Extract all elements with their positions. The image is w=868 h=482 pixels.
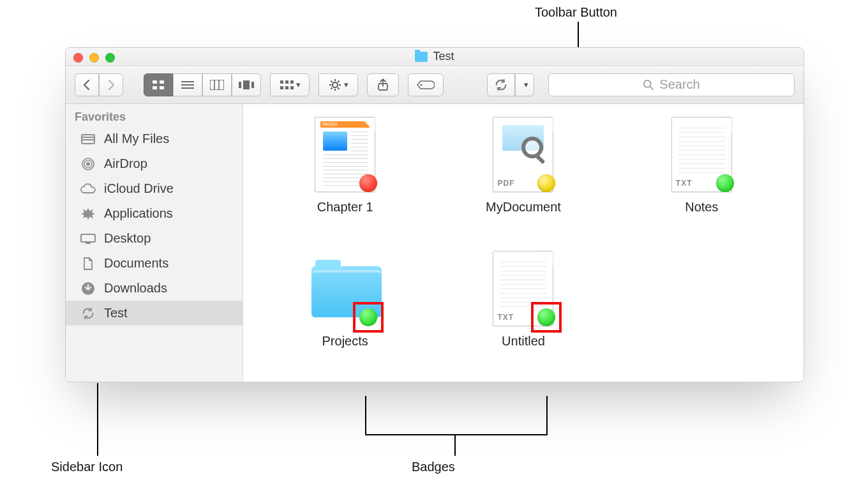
action-button[interactable]: ▾	[318, 73, 358, 96]
file-label: Untitled	[502, 334, 545, 349]
share-button[interactable]	[367, 73, 399, 96]
icon-view-button[interactable]	[144, 73, 173, 96]
svg-rect-7	[210, 80, 224, 90]
txt-tag: TXT	[497, 313, 514, 322]
svg-rect-0	[153, 80, 157, 84]
sidebar-item-test[interactable]: Test	[66, 301, 243, 326]
sync-toolbar-button-group: ▾	[487, 73, 534, 96]
sidebar-item-label: Applications	[104, 206, 173, 221]
sync-icon	[80, 306, 96, 320]
tag-icon	[417, 80, 435, 90]
callout-line	[365, 434, 548, 435]
search-icon	[643, 79, 654, 91]
minimize-button[interactable]	[89, 53, 99, 63]
sidebar-item-label: Downloads	[104, 281, 167, 296]
svg-rect-4	[181, 81, 194, 82]
sidebar-item-label: Test	[104, 306, 128, 320]
sidebar-item-label: Desktop	[104, 231, 151, 246]
file-item[interactable]: PAGES Chapter 1	[269, 117, 421, 238]
highlight-box	[353, 302, 384, 333]
sidebar-item-downloads[interactable]: Downloads	[66, 276, 243, 301]
close-button[interactable]	[73, 53, 83, 63]
svg-rect-16	[280, 86, 283, 89]
file-label: Projects	[322, 334, 368, 349]
svg-rect-15	[290, 80, 294, 84]
gear-icon	[329, 79, 341, 91]
svg-line-27	[331, 87, 332, 89]
sync-toolbar-button[interactable]	[487, 73, 515, 96]
documents-icon	[80, 257, 96, 271]
svg-rect-11	[243, 80, 250, 89]
sidebar-item-icloud-drive[interactable]: iCloud Drive	[66, 176, 243, 201]
file-label: Notes	[685, 200, 718, 215]
folder-icon	[415, 52, 428, 62]
txt-document-icon: TXT	[490, 251, 557, 328]
search-field[interactable]: Search	[548, 73, 795, 96]
file-item[interactable]: TXT Notes	[625, 117, 778, 238]
svg-point-35	[86, 162, 90, 166]
callout-line	[97, 383, 98, 456]
pdf-tag: PDF	[497, 179, 514, 188]
sidebar: Favorites All My Files AirDrop iCloud Dr…	[66, 104, 243, 382]
callout-sidebar-icon: Sidebar Icon	[51, 460, 123, 474]
sidebar-item-all-my-files[interactable]: All My Files	[66, 126, 243, 151]
svg-point-30	[644, 80, 651, 87]
txt-document-icon: TXT	[668, 117, 735, 193]
arrange-button[interactable]: ▾	[270, 73, 310, 96]
all-my-files-icon	[80, 132, 96, 146]
icloud-drive-icon	[80, 182, 96, 196]
search-placeholder: Search	[659, 77, 700, 92]
file-label: MyDocument	[486, 200, 561, 215]
svg-line-24	[331, 80, 332, 82]
zoom-button[interactable]	[105, 53, 115, 63]
arrange-icon	[280, 80, 294, 90]
chevron-down-icon: ▾	[344, 80, 348, 89]
file-label: Chapter 1	[317, 200, 373, 215]
highlight-box	[531, 302, 562, 333]
share-icon	[377, 79, 389, 91]
titlebar: Test	[66, 48, 804, 66]
callout-line	[365, 396, 366, 434]
sidebar-item-desktop[interactable]: Desktop	[66, 226, 243, 251]
chevron-down-icon: ▾	[296, 80, 301, 89]
window-title: Test	[433, 50, 454, 63]
file-item[interactable]: Projects	[269, 251, 421, 372]
folder-icon	[311, 251, 378, 328]
svg-rect-1	[160, 80, 164, 84]
column-view-button[interactable]	[202, 73, 232, 96]
file-grid: PAGES Chapter 1 PDF	[243, 104, 804, 382]
svg-rect-39	[86, 243, 91, 244]
file-item[interactable]: PDF MyDocument	[447, 117, 599, 238]
finder-window: Test	[65, 47, 804, 382]
sidebar-item-documents[interactable]: Documents	[66, 251, 243, 276]
svg-rect-38	[81, 234, 95, 242]
sync-toolbar-dropdown[interactable]: ▾	[515, 73, 534, 96]
sync-icon	[494, 78, 508, 92]
sidebar-item-applications[interactable]: Applications	[66, 201, 243, 226]
desktop-icon	[80, 232, 96, 246]
sidebar-item-label: AirDrop	[104, 156, 147, 171]
applications-icon	[80, 207, 96, 221]
file-item[interactable]: TXT Untitled	[447, 251, 599, 372]
sidebar-item-label: Documents	[104, 256, 168, 271]
coverflow-icon	[239, 80, 254, 90]
forward-button[interactable]	[99, 73, 123, 96]
list-icon	[181, 80, 194, 89]
svg-point-29	[421, 84, 423, 86]
tags-button[interactable]	[408, 73, 444, 96]
svg-rect-13	[280, 80, 283, 84]
coverflow-view-button[interactable]	[232, 73, 261, 96]
svg-line-31	[650, 86, 654, 89]
downloads-icon	[80, 282, 96, 296]
sidebar-item-airdrop[interactable]: AirDrop	[66, 151, 243, 176]
arrange-button-group: ▾	[270, 73, 310, 96]
action-button-group: ▾	[318, 73, 358, 96]
back-button[interactable]	[75, 73, 99, 96]
svg-rect-6	[181, 87, 194, 89]
svg-rect-17	[285, 86, 288, 89]
grid-icon	[152, 80, 165, 90]
airdrop-icon	[80, 157, 96, 171]
status-badge	[716, 174, 734, 192]
list-view-button[interactable]	[173, 73, 202, 96]
svg-line-26	[338, 80, 339, 82]
